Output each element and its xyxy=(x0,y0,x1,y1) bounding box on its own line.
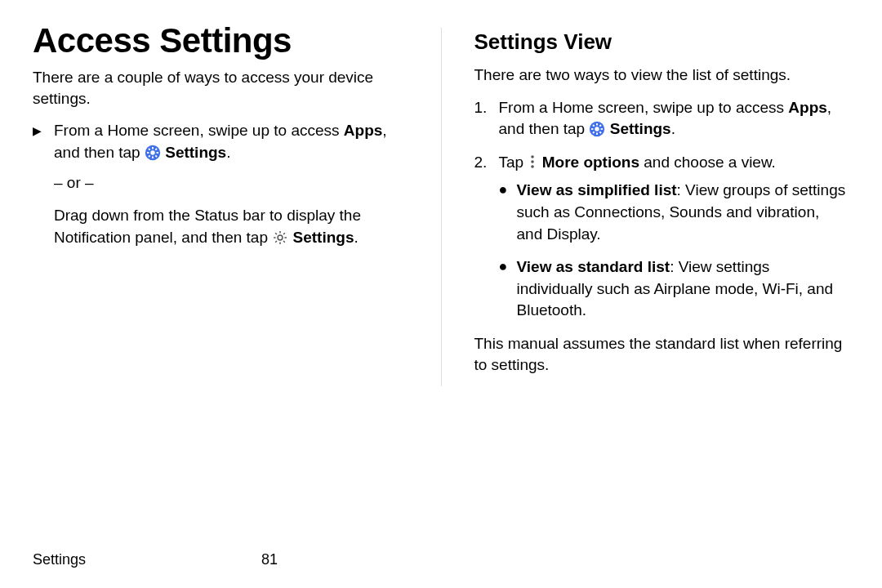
bullet-icon: ● xyxy=(499,180,508,200)
step-number: 1. xyxy=(474,97,488,119)
view-option-item: ● View as simplified list: View groups o… xyxy=(499,180,850,245)
bullet-icon: ● xyxy=(499,256,508,277)
svg-point-21 xyxy=(532,155,535,158)
ordered-step: 1. From a Home screen, swipe up to acces… xyxy=(474,97,850,140)
svg-line-19 xyxy=(593,132,595,134)
svg-point-22 xyxy=(532,160,535,163)
svg-point-12 xyxy=(595,127,599,131)
step-text-part: From a Home screen, swipe up to access xyxy=(54,122,344,139)
intro-text: There are a couple of ways to access you… xyxy=(33,67,408,109)
triangle-icon: ▶ xyxy=(33,123,42,140)
closing-note: This manual assumes the standard list wh… xyxy=(474,333,850,375)
svg-line-8 xyxy=(149,155,150,157)
settings-gear-filled-icon xyxy=(589,121,605,137)
more-options-label: More options xyxy=(542,154,639,171)
option-title: View as simplified list xyxy=(517,181,677,198)
more-options-icon xyxy=(528,154,537,168)
svg-line-17 xyxy=(593,125,595,127)
option-title: View as standard list xyxy=(517,258,670,275)
right-column: Settings View There are two ways to view… xyxy=(474,23,850,386)
settings-gear-filled-icon xyxy=(145,145,161,161)
apps-label: Apps xyxy=(344,122,383,139)
apps-label: Apps xyxy=(788,99,827,116)
ordered-step: 2. Tap More options and choose a view. ●… xyxy=(474,152,850,322)
svg-line-18 xyxy=(600,132,602,134)
period: . xyxy=(226,144,230,161)
column-divider xyxy=(441,28,442,386)
alt-instruction: Drag down from the Status bar to display… xyxy=(54,205,408,248)
page-title: Access Settings xyxy=(33,23,408,59)
step-item: ▶ From a Home screen, swipe up to access… xyxy=(33,120,408,163)
settings-label: Settings xyxy=(293,229,354,246)
settings-gear-outline-icon xyxy=(272,229,288,246)
or-separator: – or – xyxy=(54,172,408,194)
section-title: Settings View xyxy=(474,29,850,55)
period: . xyxy=(671,120,675,137)
period: . xyxy=(354,229,358,246)
step-tap-text: Tap xyxy=(499,154,528,171)
svg-point-1 xyxy=(150,150,154,154)
svg-line-7 xyxy=(155,155,157,157)
section-intro: There are two ways to view the list of s… xyxy=(474,65,850,86)
page-footer: Settings 81 xyxy=(33,551,849,568)
view-option-item: ● View as standard list: View settings i… xyxy=(499,256,850,322)
page-number: 81 xyxy=(261,551,278,568)
step-text-part: From a Home screen, swipe up to access xyxy=(499,99,789,116)
footer-section-label: Settings xyxy=(33,551,86,568)
step-number: 2. xyxy=(474,152,488,174)
svg-line-6 xyxy=(149,149,150,150)
step-suffix: and choose a view. xyxy=(639,154,776,171)
settings-label: Settings xyxy=(610,120,671,137)
svg-point-10 xyxy=(278,235,283,240)
left-column: Access Settings There are a couple of wa… xyxy=(33,23,408,386)
settings-label: Settings xyxy=(165,144,226,161)
svg-line-20 xyxy=(600,125,602,127)
svg-point-23 xyxy=(532,165,535,168)
svg-line-9 xyxy=(155,149,157,150)
